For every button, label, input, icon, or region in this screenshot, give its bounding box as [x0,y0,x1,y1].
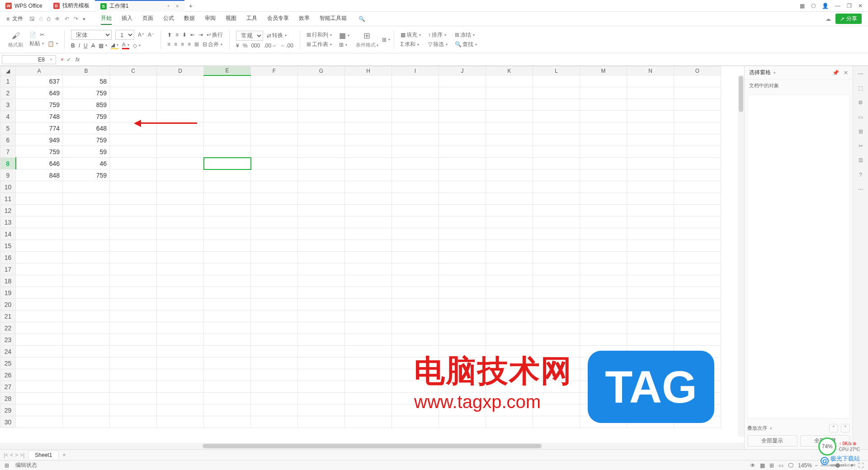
cell-A15[interactable] [16,240,63,252]
cell-L4[interactable] [533,111,580,122]
cell-E9[interactable] [204,169,251,181]
cell-I11[interactable] [392,193,439,205]
cell-M4[interactable] [580,111,627,122]
border-icon[interactable]: ▦ [99,42,107,49]
cell-F21[interactable] [251,310,298,322]
worksheet-button[interactable]: ⊞ 工作表 [307,41,332,48]
font-size-select[interactable]: 11 [115,30,134,40]
cell-D4[interactable] [157,111,204,122]
cell-E20[interactable] [204,299,251,310]
cell-G12[interactable] [298,205,345,216]
more-strip-icon[interactable]: ⋯ [858,186,863,193]
row-header-10[interactable]: 10 [0,181,16,193]
cell-O7[interactable] [674,146,721,158]
cell-E14[interactable] [204,228,251,240]
cell-A9[interactable]: 848 [16,169,63,181]
cell-C29[interactable] [110,404,157,416]
redo-icon[interactable]: ↷ [74,16,78,22]
cell-L21[interactable] [533,310,580,322]
cell-K28[interactable] [486,393,533,404]
cell-J30[interactable] [439,416,486,428]
qat-more-icon[interactable]: ▾ [83,16,85,22]
indent-dec-icon[interactable]: ⇤ [190,32,195,38]
select-all-corner[interactable]: ◢ [0,66,16,75]
cell-M15[interactable] [580,240,627,252]
menu-tab-效率[interactable]: 效率 [299,13,310,25]
cell-I27[interactable] [392,381,439,393]
cell-K19[interactable] [486,287,533,299]
row-header-20[interactable]: 20 [0,299,16,310]
cell-E23[interactable] [204,334,251,346]
cell-M16[interactable] [580,252,627,263]
cell-L10[interactable] [533,181,580,193]
cell-D14[interactable] [157,228,204,240]
cell-K3[interactable] [486,99,533,111]
cell-F28[interactable] [251,393,298,404]
strike-icon[interactable]: A̶ [91,42,95,49]
cell-M13[interactable] [580,216,627,228]
cell-I10[interactable] [392,181,439,193]
cell-N26[interactable] [627,369,674,381]
cell-L12[interactable] [533,205,580,216]
cloud-icon[interactable]: ☁ [826,16,831,22]
cell-O18[interactable] [674,275,721,287]
cell-E2[interactable] [204,87,251,99]
cell-E10[interactable] [204,181,251,193]
cell-C8[interactable] [110,158,157,169]
cell-D23[interactable] [157,334,204,346]
cell-F5[interactable] [251,122,298,134]
cell-C21[interactable] [110,310,157,322]
cell-O12[interactable] [674,205,721,216]
avatar-icon[interactable]: 👤 [822,3,829,9]
cell-D30[interactable] [157,416,204,428]
cell-A24[interactable] [16,346,63,357]
cell-E12[interactable] [204,205,251,216]
sort-button[interactable]: ↕ 排序 [428,31,448,39]
cell-I26[interactable] [392,369,439,381]
cell-M29[interactable] [580,404,627,416]
cell-D6[interactable] [157,134,204,146]
cell-J5[interactable] [439,122,486,134]
fx-icon[interactable]: fx [75,56,80,63]
copy-icon[interactable]: 📄 [29,32,36,38]
cell-H6[interactable] [345,134,392,146]
cell-K16[interactable] [486,252,533,263]
cell-G17[interactable] [298,263,345,275]
row-header-14[interactable]: 14 [0,228,16,240]
cell-K17[interactable] [486,263,533,275]
cell-I29[interactable] [392,404,439,416]
cell-L2[interactable] [533,87,580,99]
paste-button[interactable]: 粘贴 [29,40,44,47]
cell-O10[interactable] [674,181,721,193]
cell-L18[interactable] [533,275,580,287]
cell-H1[interactable] [345,75,392,87]
cell-F25[interactable] [251,357,298,369]
cell-K25[interactable] [486,357,533,369]
menu-tab-智能工具箱[interactable]: 智能工具箱 [320,13,347,25]
cell-F23[interactable] [251,334,298,346]
comma-icon[interactable]: 000 [251,42,260,49]
cell-E8[interactable] [204,158,251,169]
cell-B20[interactable] [63,299,110,310]
cell-G9[interactable] [298,169,345,181]
cell-F18[interactable] [251,275,298,287]
cell-M8[interactable] [580,158,627,169]
col-header-D[interactable]: D [157,66,204,75]
cell-H13[interactable] [345,216,392,228]
app-tab-wps[interactable]: W WPS Office [0,0,48,12]
cell-I23[interactable] [392,334,439,346]
cell-L15[interactable] [533,240,580,252]
row-header-25[interactable]: 25 [0,357,16,369]
cell-I3[interactable] [392,99,439,111]
menu-tab-插入[interactable]: 插入 [122,13,132,25]
cell-N5[interactable] [627,122,674,134]
align-middle-icon[interactable]: ≡ [175,32,179,38]
cell-E16[interactable] [204,252,251,263]
cell-C7[interactable] [110,146,157,158]
cell-I6[interactable] [392,134,439,146]
cell-A7[interactable]: 759 [16,146,63,158]
cell-J19[interactable] [439,287,486,299]
cell-I1[interactable] [392,75,439,87]
cell-G30[interactable] [298,416,345,428]
fill-color-icon[interactable]: ◢ [111,42,118,49]
